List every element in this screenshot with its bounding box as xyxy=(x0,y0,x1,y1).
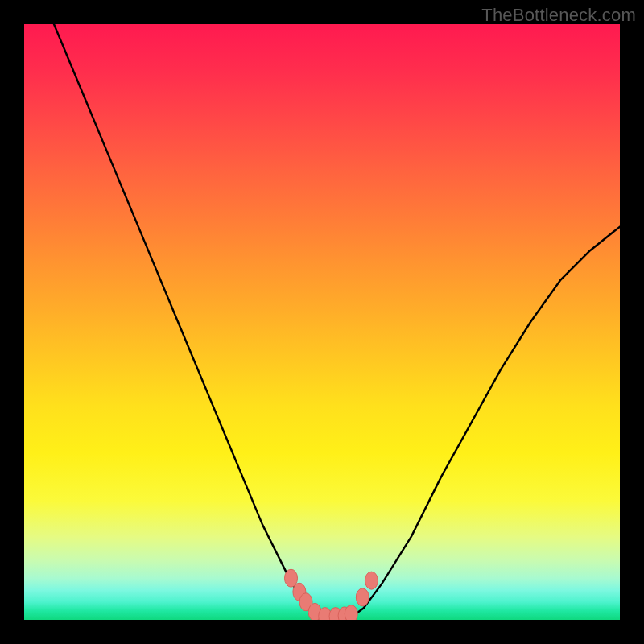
watermark-text: TheBottleneck.com xyxy=(481,5,636,26)
plot-area xyxy=(24,24,620,620)
highlight-markers xyxy=(285,569,378,620)
highlight-marker xyxy=(365,572,378,589)
chart-svg xyxy=(24,24,620,620)
bottleneck-curve xyxy=(24,24,620,617)
highlight-marker xyxy=(356,588,369,606)
chart-frame: TheBottleneck.com xyxy=(0,0,644,644)
highlight-marker xyxy=(345,605,357,620)
